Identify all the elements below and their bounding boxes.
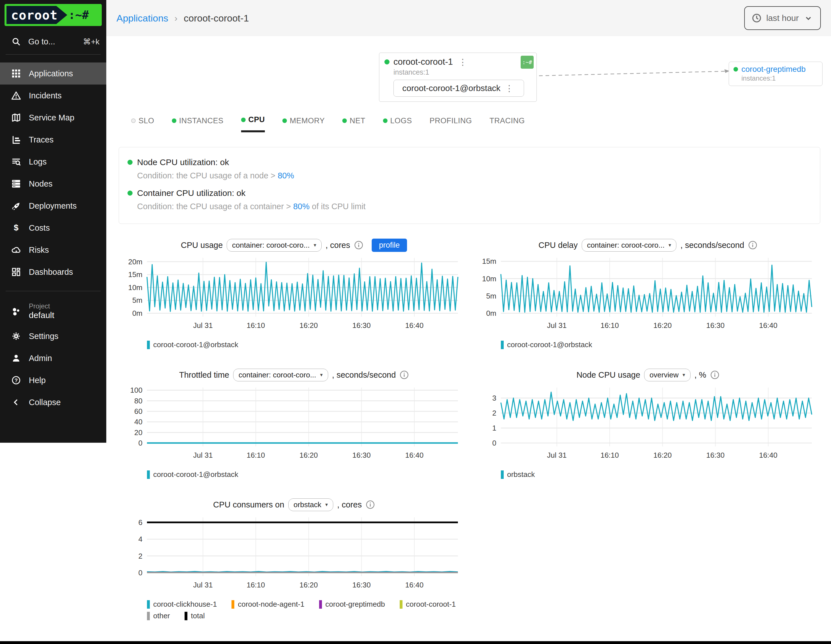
info-icon[interactable] — [748, 241, 757, 250]
tab-profiling[interactable]: PROFILING — [430, 115, 472, 132]
profile-button[interactable]: profile — [372, 239, 407, 252]
check-status-dot — [127, 191, 132, 196]
empty-cell — [473, 496, 823, 620]
sidebar-item-label: Help — [29, 376, 46, 385]
series-select[interactable]: overview▾ — [644, 369, 691, 381]
sidebar-item-traces[interactable]: Traces — [0, 129, 106, 151]
svg-text:0: 0 — [138, 569, 142, 577]
sidebar-item-admin[interactable]: Admin — [0, 347, 106, 369]
sidebar-item-costs[interactable]: $Costs — [0, 217, 106, 239]
breadcrumb-separator-icon: › — [174, 13, 178, 24]
svg-text:16:30: 16:30 — [352, 321, 371, 330]
threshold-link[interactable]: 80% — [277, 171, 294, 180]
sidebar-item-label: Logs — [29, 157, 47, 166]
legend-color-swatch — [319, 600, 322, 609]
legend-item-coroot-coroot-1-orbstack[interactable]: coroot-coroot-1@orbstack — [147, 340, 238, 349]
sidebar-item-label: Costs — [29, 223, 50, 233]
breadcrumb-applications-link[interactable]: Applications — [116, 13, 168, 24]
kebab-menu-icon[interactable]: ⋮ — [503, 83, 515, 93]
app-badge: :~# — [521, 56, 534, 69]
sidebar-item-label: Settings — [29, 332, 59, 341]
svg-text:16:10: 16:10 — [247, 581, 265, 589]
threshold-link[interactable]: 80% — [293, 202, 309, 211]
risk-icon — [11, 245, 21, 255]
sidebar-item-settings[interactable]: Settings — [0, 325, 106, 347]
chart-title-text: CPU consumers on — [213, 500, 284, 509]
legend-label: coroot-coroot-1@orbstack — [153, 340, 238, 349]
goto-search[interactable]: Go to... ⌘+k — [11, 37, 99, 46]
tab-logs[interactable]: LOGS — [383, 115, 412, 132]
svg-text:16:10: 16:10 — [247, 321, 265, 330]
cpu-checks-card: Node CPU utilization: ok Condition: the … — [119, 147, 820, 224]
logs-icon — [11, 157, 21, 166]
search-icon — [11, 37, 21, 46]
coroot-logo[interactable]: coroot :~# — [5, 4, 102, 26]
legend-item-coroot-coroot-1-orbstack[interactable]: coroot-coroot-1@orbstack — [501, 340, 592, 349]
sidebar-item-nodes[interactable]: Nodes — [0, 173, 106, 195]
svg-text:16:40: 16:40 — [405, 581, 423, 589]
legend: coroot-coroot-1@orbstack — [147, 470, 458, 479]
chevron-down-icon: ▾ — [683, 372, 685, 378]
tab-net[interactable]: NET — [342, 115, 366, 132]
project-name: default — [29, 310, 54, 320]
legend-item-coroot-node-agent-1[interactable]: coroot-node-agent-1 — [231, 600, 304, 609]
upstream-app-link[interactable]: coroot-greptimedb — [742, 65, 806, 74]
info-icon[interactable] — [400, 370, 409, 379]
tab-memory[interactable]: MEMORY — [282, 115, 325, 132]
tab-tracing[interactable]: TRACING — [490, 115, 525, 132]
series-select[interactable]: container: coroot-coro...▾ — [233, 369, 328, 381]
sidebar-item-incidents[interactable]: Incidents — [0, 84, 106, 107]
check-title: Container CPU utilization: ok — [137, 188, 246, 198]
info-icon[interactable] — [366, 500, 375, 509]
sidebar-item-deployments[interactable]: Deployments — [0, 195, 106, 217]
cpu-delay-plot: Jul 3116:1016:2016:3016:400m5m10m15m — [473, 253, 823, 338]
legend-label: total — [191, 612, 205, 620]
rocket-icon — [11, 201, 21, 210]
dashboards-icon — [11, 267, 21, 277]
info-icon[interactable] — [710, 370, 720, 379]
svg-text:16:30: 16:30 — [706, 321, 724, 330]
tab-status-dot — [241, 118, 246, 122]
svg-text:40: 40 — [134, 418, 142, 426]
project-selector[interactable]: Project default — [0, 299, 106, 324]
sidebar-item-logs[interactable]: Logs — [0, 151, 106, 173]
legend-item-coroot-clickhouse-1[interactable]: coroot-clickhouse-1 — [147, 600, 217, 609]
sidebar-item-applications[interactable]: Applications — [0, 62, 106, 84]
legend-item-coroot-greptimedb[interactable]: coroot-greptimedb — [319, 600, 385, 609]
kebab-menu-icon[interactable]: ⋮ — [457, 57, 469, 67]
user-icon — [11, 353, 21, 363]
sidebar-collapse[interactable]: Collapse — [0, 391, 106, 413]
check-condition: Condition: the CPU usage of a node > 80% — [137, 171, 812, 180]
legend-item-orbstack[interactable]: orbstack — [501, 470, 535, 479]
legend-item-coroot-coroot-1-orbstack[interactable]: coroot-coroot-1@orbstack — [147, 470, 238, 479]
svg-text:16:30: 16:30 — [352, 451, 371, 459]
legend-label: coroot-greptimedb — [325, 600, 385, 609]
node-select[interactable]: orbstack▾ — [288, 498, 333, 511]
info-icon[interactable] — [354, 241, 363, 250]
tab-instances[interactable]: INSTANCES — [172, 115, 224, 132]
series-select[interactable]: container: coroot-coro...▾ — [582, 239, 677, 252]
legend-item-other[interactable]: other — [147, 612, 170, 620]
time-range-picker[interactable]: last hour — [744, 6, 821, 30]
chart-unit: , seconds/second — [332, 370, 396, 380]
legend-item-coroot-coroot-1[interactable]: coroot-coroot-1 — [400, 600, 455, 609]
sidebar-item-label: Deployments — [29, 201, 76, 210]
tab-cpu[interactable]: CPU — [241, 115, 265, 132]
legend-color-swatch — [147, 612, 150, 620]
legend-label: coroot-clickhouse-1 — [153, 600, 217, 609]
sidebar-item-service-map[interactable]: Service Map — [0, 107, 106, 129]
legend-item-total[interactable]: total — [185, 612, 205, 620]
series-select[interactable]: container: coroot-coro...▾ — [227, 239, 322, 252]
tab-status-dot — [342, 118, 347, 123]
sidebar-item-help[interactable]: ?Help — [0, 369, 106, 391]
instance-box[interactable]: coroot-coroot-1@orbstack ⋮ — [393, 80, 524, 97]
tab-slo[interactable]: SLO — [131, 115, 154, 132]
chart-header: Node CPU usage overview▾ , % — [473, 367, 823, 383]
svg-text:80: 80 — [134, 397, 142, 405]
svg-text:16:20: 16:20 — [653, 321, 672, 330]
check-status-dot — [127, 160, 132, 165]
sidebar-item-dashboards[interactable]: Dashboards — [0, 261, 106, 283]
svg-text:6: 6 — [138, 518, 142, 527]
chart-header: CPU usage container: coroot-coro...▾ , c… — [119, 237, 469, 253]
sidebar-item-risks[interactable]: Risks — [0, 239, 106, 261]
